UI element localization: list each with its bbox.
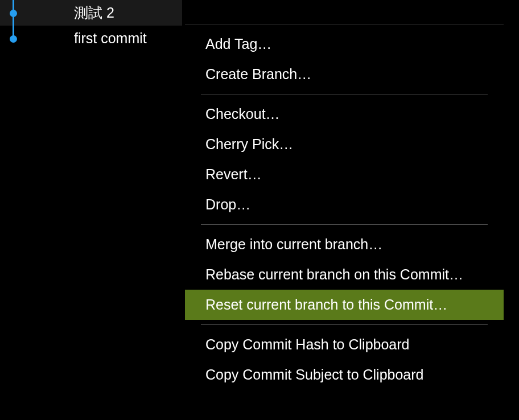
menu-item-reset[interactable]: Reset current branch to this Commit…: [185, 290, 504, 320]
menu-item-rebase[interactable]: Rebase current branch on this Commit…: [185, 260, 504, 290]
commit-message: 測試 2: [28, 3, 114, 22]
commit-dot-icon: [10, 35, 17, 43]
menu-item-copy-subject[interactable]: Copy Commit Subject to Clipboard: [185, 360, 504, 390]
menu-item-cherry-pick[interactable]: Cherry Pick…: [185, 129, 504, 159]
menu-item-add-tag[interactable]: Add Tag…: [185, 29, 504, 59]
menu-separator: [201, 94, 488, 94]
menu-item-merge[interactable]: Merge into current branch…: [185, 229, 504, 260]
graph-column: [0, 0, 28, 26]
menu-separator: [201, 324, 488, 325]
menu-item-checkout[interactable]: Checkout…: [185, 99, 504, 129]
menu-item-revert[interactable]: Revert…: [185, 159, 504, 190]
commit-row[interactable]: 測試 2: [0, 0, 182, 26]
commit-list: 測試 2 first commit: [0, 0, 182, 51]
menu-item-drop[interactable]: Drop…: [185, 190, 504, 220]
commit-message: first commit: [28, 30, 147, 47]
commit-row[interactable]: first commit: [0, 26, 182, 51]
menu-item-copy-hash[interactable]: Copy Commit Hash to Clipboard: [185, 330, 504, 360]
graph-column: [0, 26, 28, 51]
menu-item-create-branch[interactable]: Create Branch…: [185, 59, 504, 89]
menu-separator: [201, 224, 488, 225]
context-menu: Add Tag… Create Branch… Checkout… Cherry…: [185, 24, 504, 394]
